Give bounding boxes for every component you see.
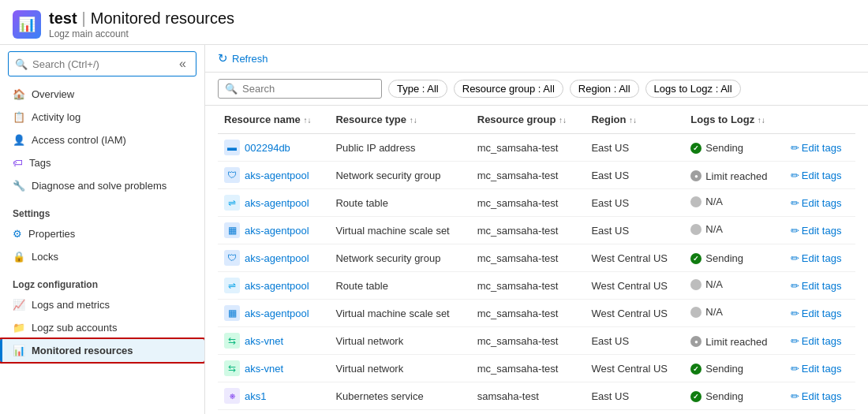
resource-name-link[interactable]: aks1: [245, 390, 266, 402]
edit-tags-label: Edit tags: [802, 280, 842, 292]
sidebar-item-properties[interactable]: ⚙ Properties: [0, 222, 204, 245]
monitored-icon: 📊: [13, 345, 25, 356]
edit-icon: ✏: [791, 170, 799, 181]
resource-name-link[interactable]: aks-agentpool: [245, 280, 309, 292]
resource-name-link[interactable]: aks-agentpool: [245, 197, 309, 209]
col-logs-to-logz[interactable]: Logs to Logz ↑↓: [684, 106, 784, 134]
edit-tags-button[interactable]: ✏ Edit tags: [791, 363, 842, 375]
resource-group: mc_samsaha-test: [471, 355, 586, 382]
resource-name-link[interactable]: aks-vnet: [245, 335, 283, 347]
status-dot-orange: ●: [690, 336, 702, 347]
search-filter-icon: 🔍: [225, 83, 238, 95]
status-dot-green: ✓: [690, 143, 702, 154]
nsg-icon: 🛡: [224, 167, 240, 183]
header-subtitle: Logz main account: [49, 28, 234, 39]
status-cell: N/A: [684, 189, 784, 217]
edit-tags-button[interactable]: ✏ Edit tags: [791, 252, 842, 264]
table-row: ⇆ aks-vnet Virtual network mc_samsaha-te…: [218, 355, 855, 382]
overview-icon: 🏠: [13, 88, 25, 100]
resource-type: Virtual machine scale set: [329, 217, 470, 244]
resource-name-link[interactable]: 002294db: [245, 142, 290, 154]
region: West Central US: [585, 244, 684, 272]
refresh-label: Refresh: [232, 53, 268, 65]
main-content: ↻ Refresh 🔍 Type : All Resource group : …: [205, 45, 868, 414]
sidebar-item-locks[interactable]: 🔒 Locks: [0, 245, 204, 268]
sidebar-item-tags[interactable]: 🏷 Tags: [0, 151, 204, 174]
logs-to-logz-filter[interactable]: Logs to Logz : All: [645, 80, 741, 98]
status-cell: ✓ Sending: [684, 382, 784, 410]
resource-group-filter[interactable]: Resource group : All: [454, 80, 563, 98]
search-filter[interactable]: 🔍: [218, 79, 382, 99]
iam-icon: 👤: [13, 134, 25, 146]
table-row: ⎈ aks1 Kubernetes service samsaha-test E…: [218, 382, 855, 410]
status-text: Sending: [705, 363, 743, 375]
status-text: N/A: [705, 223, 723, 235]
col-region[interactable]: Region ↑↓: [585, 106, 684, 134]
col-resource-type[interactable]: Resource type ↑↓: [329, 106, 470, 134]
sidebar: 🔍 « 🏠 Overview 📋 Activity log 👤 Access c…: [0, 45, 205, 414]
toolbar: ↻ Refresh: [205, 45, 868, 73]
edit-tags-button[interactable]: ✏ Edit tags: [791, 170, 842, 181]
logs-icon: 📈: [13, 299, 25, 311]
resource-name-link[interactable]: aks-agentpool: [245, 308, 309, 319]
resource-name-link[interactable]: aks-agentpool: [245, 170, 309, 181]
edit-tags-button[interactable]: ✏ Edit tags: [791, 280, 842, 292]
region-filter-label: Region : All: [578, 83, 630, 95]
col-resource-name[interactable]: Resource name ↑↓: [218, 106, 329, 134]
edit-tags-button[interactable]: ✏ Edit tags: [791, 308, 842, 319]
status-cell: N/A: [684, 272, 784, 300]
resource-name-link[interactable]: aks-agentpool: [245, 252, 309, 264]
resource-group: mc_samsaha-test: [471, 217, 586, 244]
resource-group: samsaha-test: [471, 382, 586, 410]
logs-to-logz-filter-label: Logs to Logz : All: [654, 83, 732, 95]
edit-tags-label: Edit tags: [802, 390, 842, 402]
sidebar-item-access-control[interactable]: 👤 Access control (IAM): [0, 129, 204, 151]
k8s-icon: ⎈: [224, 388, 240, 404]
sidebar-search-box[interactable]: 🔍 «: [8, 51, 196, 76]
sidebar-item-logs-metrics[interactable]: 📈 Logs and metrics: [0, 293, 204, 316]
edit-tags-button[interactable]: ✏ Edit tags: [791, 335, 842, 347]
sidebar-item-label: Properties: [28, 228, 75, 240]
resource-group: mc_samsaha-test: [471, 327, 586, 355]
type-filter[interactable]: Type : All: [388, 80, 447, 98]
logz-section-label: Logz configuration: [0, 271, 204, 293]
ip-icon: ▬: [224, 140, 240, 155]
edit-tags-button[interactable]: ✏ Edit tags: [791, 197, 842, 209]
edit-tags-button[interactable]: ✏ Edit tags: [791, 142, 842, 154]
sidebar-item-monitored[interactable]: 📊 Monitored resources: [0, 339, 204, 362]
sidebar-item-diagnose[interactable]: 🔧 Diagnose and solve problems: [0, 174, 204, 197]
edit-tags-label: Edit tags: [802, 225, 842, 237]
region: West Central US: [585, 355, 684, 382]
edit-tags-label: Edit tags: [802, 252, 842, 264]
collapse-icon[interactable]: «: [176, 55, 189, 73]
sidebar-search-input[interactable]: [32, 58, 171, 70]
edit-icon: ✏: [791, 252, 799, 264]
resource-name-link[interactable]: aks-vnet: [245, 363, 283, 375]
resource-group: mc_samsaha-test: [471, 300, 586, 327]
status-dot-orange: ●: [690, 170, 702, 181]
sidebar-item-label: Tags: [29, 157, 51, 169]
col-resource-group[interactable]: Resource group ↑↓: [471, 106, 586, 134]
route-icon: ⇌: [224, 278, 240, 293]
sidebar-item-logz-sub[interactable]: 📁 Logz sub accounts: [0, 316, 204, 339]
sidebar-item-activity-log[interactable]: 📋 Activity log: [0, 106, 204, 129]
edit-tags-button[interactable]: ✏ Edit tags: [791, 225, 842, 237]
resource-type: Network security group: [329, 244, 470, 272]
sidebar-item-overview[interactable]: 🏠 Overview: [0, 83, 204, 106]
region: East US: [585, 162, 684, 189]
sidebar-item-label: Overview: [32, 88, 74, 100]
search-filter-input[interactable]: [242, 83, 375, 95]
resource-name-link[interactable]: aks-agentpool: [245, 225, 309, 237]
resource-type: Virtual network: [329, 327, 470, 355]
nsg-icon: 🛡: [224, 250, 240, 266]
edit-tags-button[interactable]: ✏ Edit tags: [791, 390, 842, 402]
edit-tags-label: Edit tags: [802, 363, 842, 375]
region-filter[interactable]: Region : All: [570, 80, 639, 98]
region: East US: [585, 217, 684, 244]
edit-icon: ✏: [791, 308, 799, 319]
sort-icon: ↑↓: [629, 116, 637, 125]
edit-tags-label: Edit tags: [802, 170, 842, 181]
header-title-name: test: [49, 9, 77, 28]
table-row: 🛡 aks-agentpool Network security group m…: [218, 244, 855, 272]
refresh-button[interactable]: ↻ Refresh: [218, 51, 268, 65]
